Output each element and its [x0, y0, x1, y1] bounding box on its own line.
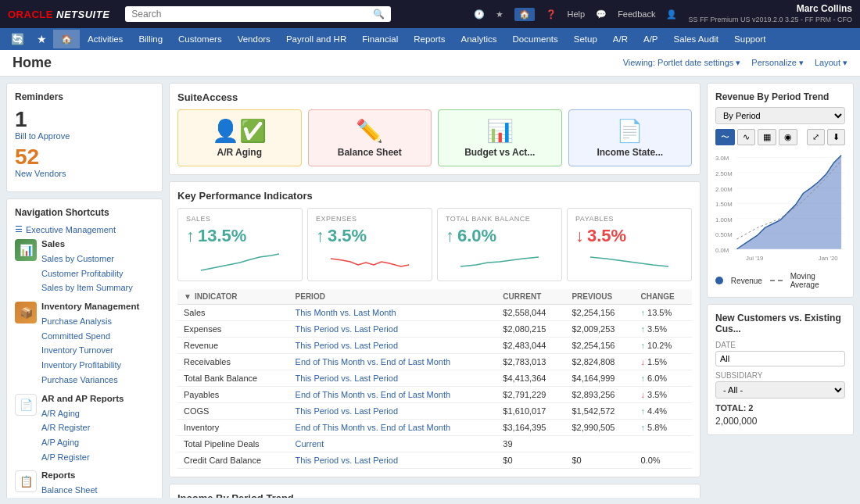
vendor-link[interactable]: New Vendors [15, 169, 66, 178]
nav-analytics[interactable]: Analytics [453, 30, 505, 48]
sales-links: Sales Sales by Customer Customer Profita… [41, 239, 133, 295]
balance-sheet[interactable]: Balance Sheet [41, 483, 124, 498]
revenue-period-select[interactable]: By Period [715, 107, 845, 124]
exec-management-link[interactable]: ☰ Executive Management [15, 224, 154, 234]
cell-period[interactable]: This Period vs. Last Period [289, 403, 497, 420]
cell-period[interactable]: This Month vs. Last Month [289, 305, 497, 321]
ap-aging[interactable]: A/P Aging [41, 435, 124, 450]
help-icon[interactable]: ❓ [546, 9, 557, 20]
committed-spend[interactable]: Committed Spend [41, 329, 139, 344]
nav-star-icon[interactable]: ★ [30, 30, 53, 48]
nav-support[interactable]: Support [726, 30, 773, 48]
home-icon[interactable]: 🏠 [514, 8, 535, 21]
feedback-label[interactable]: Feedback [618, 9, 655, 19]
inventory-shortcut-group: 📦 Inventory Management Purchase Analysis… [15, 302, 154, 387]
arap-icon: 📄 [15, 394, 37, 416]
chart-expand-btn[interactable]: ⤢ [807, 129, 825, 145]
chart-download-btn[interactable]: ⬇ [827, 129, 845, 145]
customer-profitability[interactable]: Customer Profitability [41, 266, 133, 281]
chart-pie-btn[interactable]: ◉ [779, 129, 797, 145]
subsidiary-select[interactable]: - All - [715, 381, 845, 399]
revenue-panel: Revenue By Period Trend By Period 〜 ∿ ▦ … [707, 83, 854, 298]
cell-period[interactable]: This Period vs. Last Period [289, 338, 497, 354]
search-box[interactable]: 🔍 [125, 6, 391, 22]
nav-billing[interactable]: Billing [131, 30, 170, 48]
cell-period[interactable]: End of This Month vs. End of Last Month [289, 387, 497, 403]
search-input[interactable] [131, 9, 368, 20]
cell-period[interactable]: End of This Month vs. End of Last Month [289, 420, 497, 436]
clock-icon[interactable]: 🕐 [474, 9, 485, 20]
chat-icon[interactable]: 💬 [596, 9, 607, 20]
kpi-panel: Key Performance Indicators SALES ↑13.5% [169, 181, 701, 477]
help-label[interactable]: Help [568, 9, 586, 19]
suite-card-ar-aging[interactable]: 👤✅ A/R Aging [177, 109, 302, 166]
nav-activities[interactable]: Activities [80, 30, 131, 48]
chart-line-btn[interactable]: 〜 [715, 129, 735, 145]
kpi-title: Key Performance Indicators [177, 190, 692, 202]
user-icon[interactable]: 👤 [666, 9, 677, 20]
suite-access-title: SuiteAccess [177, 91, 692, 103]
nav-home-icon[interactable]: 🔄 [5, 30, 30, 48]
ap-register[interactable]: A/P Register [41, 450, 124, 465]
inventory-turnover[interactable]: Inventory Turnover [41, 343, 139, 358]
nav-setup[interactable]: Setup [566, 30, 605, 48]
cell-indicator: COGS [177, 403, 289, 420]
bill-link[interactable]: Bill to Approve [15, 131, 70, 141]
cell-period[interactable]: Current [289, 436, 497, 452]
personalize-button[interactable]: Personalize ▾ [751, 58, 804, 68]
layout-button[interactable]: Layout ▾ [815, 58, 847, 68]
th-period[interactable]: PERIOD [289, 289, 497, 305]
nav-reports[interactable]: Reports [406, 30, 453, 48]
cell-current: $2,791,229 [496, 387, 565, 403]
vendor-reminder: 52 New Vendors [15, 146, 154, 179]
purchase-variances[interactable]: Purchase Variances [41, 373, 139, 388]
th-previous[interactable]: PREVIOUS [565, 289, 634, 305]
sales-icon: 📊 [15, 239, 37, 261]
suite-card-balance-sheet[interactable]: ✏️ Balance Sheet [308, 109, 432, 166]
nav-customers[interactable]: Customers [170, 30, 230, 48]
nav-ar[interactable]: A/R [605, 30, 636, 48]
table-row: COGS This Period vs. Last Period $1,610,… [177, 403, 692, 420]
left-panel: Reminders 1 Bill to Approve 52 New Vendo… [6, 83, 163, 498]
suite-card-budget[interactable]: 📊 Budget vs Act... [438, 109, 562, 166]
chart-bar-btn[interactable]: ▦ [758, 129, 776, 145]
budget-label: Budget vs Act... [464, 147, 535, 158]
change-down-icon: ↓ [640, 357, 645, 366]
inventory-title: Inventory Management [41, 302, 139, 311]
suite-card-income[interactable]: 📄 Income State... [568, 109, 693, 166]
star-icon[interactable]: ★ [496, 9, 503, 20]
cell-period[interactable]: End of This Month vs. End of Last Month [289, 354, 497, 370]
nav-sales-audit[interactable]: Sales Audit [666, 30, 727, 48]
search-icon[interactable]: 🔍 [373, 9, 385, 20]
sales-by-customer[interactable]: Sales by Customer [41, 252, 133, 266]
sales-by-item[interactable]: Sales by Item Summary [41, 281, 133, 295]
th-change[interactable]: CHANGE [634, 289, 692, 305]
chart-wave-btn[interactable]: ∿ [737, 129, 755, 145]
nav-vendors[interactable]: Vendors [230, 30, 278, 48]
nav-ap[interactable]: A/P [636, 30, 666, 48]
content-area: Reminders 1 Bill to Approve 52 New Vendo… [0, 77, 860, 504]
cell-period[interactable]: This Period vs. Last Period [289, 452, 497, 469]
reports-shortcut-group: 📋 Reports Balance Sheet Budget vs Actual… [15, 470, 154, 498]
kpi-payables-label: PAYABLES [575, 215, 683, 223]
inventory-profitability[interactable]: Inventory Profitability [41, 358, 139, 373]
inventory-links: Inventory Management Purchase Analysis C… [41, 302, 139, 387]
date-input[interactable] [715, 351, 845, 366]
cell-period[interactable]: This Period vs. Last Period [289, 321, 497, 338]
nav-financial[interactable]: Financial [354, 30, 406, 48]
purchase-analysis[interactable]: Purchase Analysis [41, 314, 139, 329]
th-current[interactable]: CURRENT [496, 289, 565, 305]
kpi-sales-value: ↑13.5% [186, 226, 294, 246]
ar-aging[interactable]: A/R Aging [41, 406, 124, 421]
cell-period[interactable]: This Period vs. Last Period [289, 370, 497, 387]
viewing-settings[interactable]: Viewing: Portlet date settings ▾ [623, 58, 741, 68]
nav-payroll[interactable]: Payroll and HR [278, 30, 354, 48]
nav-home-btn[interactable]: 🏠 [53, 30, 80, 48]
th-indicator[interactable]: ▼INDICATOR [177, 289, 289, 305]
logo-oracle: ORACLE [8, 9, 53, 20]
ar-register[interactable]: A/R Register [41, 420, 124, 435]
chart-legend: Revenue Moving Average [715, 272, 845, 289]
reports-title: Reports [41, 470, 124, 480]
date-label: DATE [715, 341, 845, 349]
nav-documents[interactable]: Documents [505, 30, 566, 48]
